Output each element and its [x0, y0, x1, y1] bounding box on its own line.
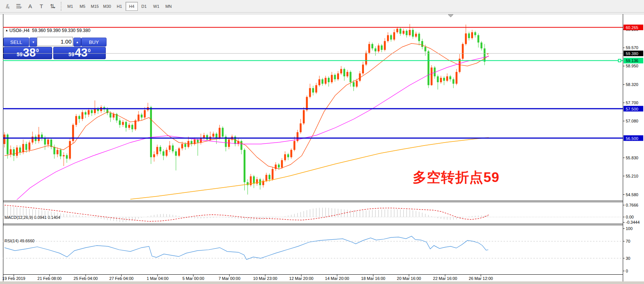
time-axis-label: 7 Mar 00:00 [219, 276, 241, 281]
candle-body [219, 128, 221, 138]
time-axis-label: 18 Mar 16:00 [361, 276, 386, 281]
candle-body [421, 41, 423, 47]
candle-body [453, 79, 454, 84]
candle-body [312, 88, 314, 93]
candle-body [7, 135, 9, 154]
candle-body [371, 44, 373, 48]
candle-body [387, 35, 389, 41]
candle-body [375, 48, 377, 51]
time-axis-label: 5 Mar 00:00 [183, 276, 204, 281]
chart-canvas[interactable]: 60.19059.57058.95058.32057.70057.08055.8… [0, 0, 644, 284]
candle-body [25, 144, 27, 150]
candle-body [266, 175, 267, 181]
candle-body [368, 44, 370, 53]
candle-body [122, 122, 124, 125]
candle-body [428, 51, 429, 85]
rsi-axis-label: 70 [626, 239, 630, 243]
price-axis-tick-label: 54.580 [626, 192, 638, 197]
candle-body [94, 109, 96, 113]
candle-body [340, 69, 342, 73]
candle-body [60, 150, 61, 156]
hline-marker [618, 59, 621, 62]
candle-body [134, 121, 136, 130]
time-axis-label: 21 Feb 08:00 [38, 276, 62, 281]
candle-body [291, 150, 292, 157]
candle-body [287, 154, 289, 157]
candle-body [247, 182, 248, 185]
candle-body [456, 72, 457, 84]
candle-body [110, 113, 111, 118]
ma-fast-line [4, 44, 489, 169]
candle-body [334, 75, 336, 79]
candle-body [331, 75, 333, 82]
candle-body [474, 32, 476, 35]
candle-body [91, 110, 93, 113]
candle-body [281, 160, 283, 167]
candle-body [19, 147, 21, 152]
candle-body [88, 110, 89, 115]
candle-body [32, 137, 34, 143]
candle-body [75, 116, 77, 125]
candle-body [396, 29, 398, 32]
candle-body [449, 76, 451, 79]
price-axis-tick-label: 57.700 [626, 100, 638, 105]
candle-body [197, 140, 199, 143]
time-axis-label: 1 Mar 04:00 [147, 276, 169, 281]
candle-body [4, 135, 6, 144]
time-axis-label: 26 Mar 12:00 [469, 276, 493, 281]
rsi-line [4, 236, 488, 260]
candle-body [63, 155, 65, 156]
candle-body [381, 45, 383, 50]
candle-body [172, 146, 174, 151]
candle-body [325, 78, 327, 84]
candle-body [365, 53, 367, 65]
candle-body [378, 45, 380, 51]
candle-body [184, 144, 186, 147]
candle-body [166, 150, 168, 156]
price-badge-label: 59.380 [626, 51, 638, 56]
candle-body [471, 32, 473, 38]
candle-body [131, 125, 133, 129]
candle-body [169, 146, 171, 150]
candle-body [424, 47, 426, 51]
candle-body [200, 138, 202, 143]
candle-body [278, 165, 280, 167]
candle-body [156, 147, 158, 154]
chart-shift-marker [448, 15, 453, 17]
candle-body [119, 121, 121, 125]
candle-body [175, 151, 177, 156]
candle-body [300, 124, 302, 133]
candle-body [468, 33, 470, 38]
candle-body [315, 85, 317, 93]
candle-body [66, 155, 68, 159]
candle-body [125, 122, 127, 128]
candle-body [50, 140, 52, 147]
candle-body [353, 82, 355, 87]
candle-body [28, 143, 30, 150]
candle-body [415, 34, 417, 37]
candle-body [390, 35, 392, 40]
candle-body [483, 48, 485, 62]
candle-body [244, 150, 245, 182]
candle-body [53, 147, 55, 154]
candle-body [480, 42, 482, 48]
candle-body [85, 112, 86, 114]
candle-body [57, 150, 58, 154]
candle-body [393, 32, 395, 40]
time-axis-label: 14 Mar 20:00 [325, 276, 349, 281]
candle-body [178, 149, 180, 156]
time-axis-label: 20 Mar 16:00 [397, 276, 421, 281]
candle-body [162, 151, 164, 156]
time-axis-label: 22 Mar 16:00 [433, 276, 457, 281]
bottom-dock-strip [0, 281, 644, 284]
candle-body [309, 88, 311, 97]
candle-body [216, 134, 218, 138]
ma-mid-line [17, 56, 489, 200]
macd-axis-label: 0.00 [626, 215, 634, 219]
macd-axis-label: -0.3444 [626, 220, 640, 224]
candle-body [181, 144, 183, 149]
candle-body [418, 34, 420, 41]
candle-body [44, 138, 46, 144]
candle-body [269, 175, 270, 179]
candle-body [35, 137, 37, 141]
